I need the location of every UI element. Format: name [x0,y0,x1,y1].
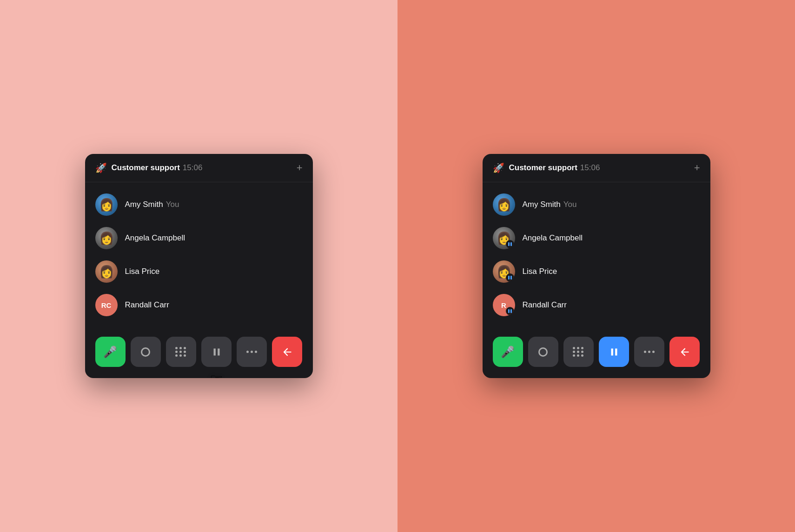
avatar-randall-left: RC [95,294,118,316]
call-widget-right: 🚀 Customer support15:06 + 👩 Amy SmithYou… [483,154,710,378]
controls-bar-right: 🎤 [483,327,710,378]
pause-icon [508,276,512,279]
header-time-right: 15:06 [580,163,600,172]
name-text: Angela Campbell [125,233,185,243]
list-item: 👩 Angela Campbell [483,221,710,255]
participant-name-right-amy: Amy SmithYou [523,200,577,209]
name-text: Randall Carr [523,300,567,310]
avatar-amy-right: 👩 [493,193,515,216]
dialpad-button-left[interactable] [166,337,196,367]
hangup-icon [679,346,691,358]
list-item: 👩 Lisa Price [483,255,710,288]
record-button-left[interactable] [131,337,161,367]
rocket-icon-right: 🚀 [493,162,504,173]
pause-overlay-lisa [506,273,514,282]
name-text: Angela Campbell [523,233,583,243]
hold-icon [211,346,223,358]
rocket-icon-left: 🚀 [95,162,107,173]
participant-name-left-amy: Amy SmithYou [125,200,179,209]
mic-button-left[interactable]: 🎤 [95,337,126,367]
name-text: Lisa Price [523,267,557,276]
avatar-lisa-left: 👩 [95,260,118,283]
title-text-right: Customer support [509,163,577,172]
pause-icon [508,309,512,313]
call-widget-left: 🚀 Customer support15:06 + 👩 Amy SmithYou… [85,154,313,378]
record-button-right[interactable] [528,337,558,367]
pause-overlay-randall [506,307,514,315]
header-time-left: 15:06 [183,163,203,172]
participants-list-left: 👩 Amy SmithYou 👩 Angela Campbell 👩 Lisa … [85,182,313,327]
hold-button-wrapper: ☞ [201,337,232,367]
add-button-left[interactable]: + [297,163,303,173]
record-icon [538,347,548,357]
list-item: 👩 Lisa Price [85,255,313,288]
avatar-angela-left: 👩 [95,227,118,249]
controls-bar-left: 🎤 ☞ [85,327,313,378]
avatar-angela-right: 👩 [493,227,515,249]
add-button-right[interactable]: + [694,163,700,173]
left-panel: 🚀 Customer support15:06 + 👩 Amy SmithYou… [0,0,398,532]
hold-icon [608,346,620,358]
more-button-left[interactable] [237,337,267,367]
header-title-right: Customer support15:06 [509,163,689,173]
record-icon [141,347,150,357]
more-icon [644,351,655,353]
hold-button-right[interactable] [599,337,629,367]
pause-overlay-angela [506,240,514,248]
cursor-icon: ☞ [210,370,223,378]
hold-button-left[interactable] [201,337,232,367]
mic-icon: 🎤 [103,346,117,359]
dialpad-button-right[interactable] [563,337,594,367]
mic-button-right[interactable]: 🎤 [493,337,523,367]
list-item: 👩 Amy SmithYou [483,188,710,221]
name-text: Lisa Price [125,267,160,276]
more-button-right[interactable] [634,337,664,367]
pause-icon [508,242,512,246]
title-text-left: Customer support [112,163,180,172]
right-panel: 🚀 Customer support15:06 + 👩 Amy SmithYou… [398,0,795,532]
you-badge: You [166,200,179,209]
hangup-icon [281,346,293,358]
list-item: 👩 Angela Campbell [85,221,313,255]
avatar-randall-right: R [493,294,515,316]
name-text: Randall Carr [125,300,169,310]
more-icon [246,351,257,353]
avatar-amy-left: 👩 [95,193,118,216]
dialpad-icon [573,347,584,357]
you-badge: You [563,200,577,209]
avatar-lisa-right: 👩 [493,260,515,283]
dialpad-icon [175,347,186,357]
hangup-button-left[interactable] [272,337,302,367]
name-text: Amy Smith [523,200,561,209]
widget-header-left: 🚀 Customer support15:06 + [85,154,313,182]
hangup-button-right[interactable] [669,337,700,367]
list-item: RC Randall Carr [85,288,313,322]
list-item: 👩 Amy SmithYou [85,188,313,221]
widget-header-right: 🚀 Customer support15:06 + [483,154,710,182]
participants-list-right: 👩 Amy SmithYou 👩 Angela Ca [483,182,710,327]
header-title-left: Customer support15:06 [112,163,292,173]
mic-icon: 🎤 [501,346,515,359]
list-item: R Randall Carr [483,288,710,322]
name-text: Amy Smith [125,200,163,209]
